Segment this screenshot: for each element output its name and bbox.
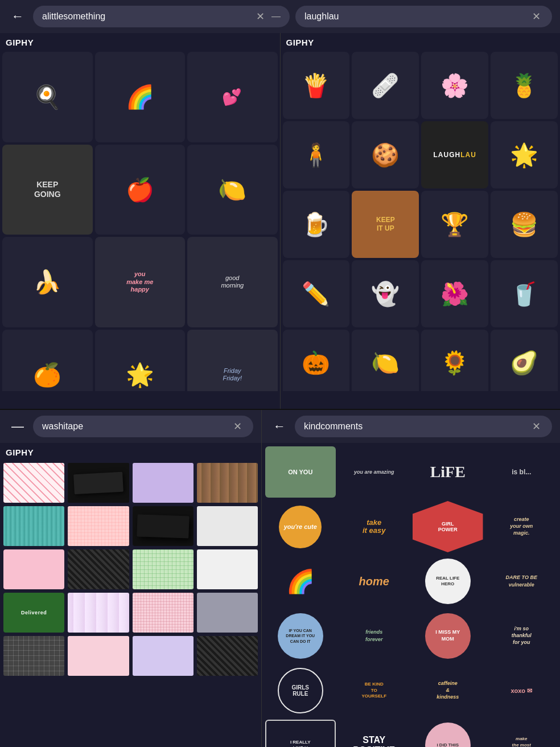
sticker-pineapple[interactable]: 🍍 [491,52,558,119]
sticker-cookie[interactable]: 🍪 [352,121,419,188]
back-icon: ← [11,9,24,23]
sticker-drink[interactable]: 🥤 [491,260,558,327]
sticker-ghost[interactable]: 👻 [352,260,419,327]
washi-tape-3[interactable] [133,463,193,503]
top-right-search-wrap: ✕ [295,6,552,27]
sticker-xoxo[interactable]: xoxo ✉ [487,665,557,716]
sticker-egg[interactable]: 🍳 [2,52,93,142]
top-right-giphy-label: GIPHY [281,33,561,50]
washi-tape-11[interactable] [133,549,193,589]
sticker-pumpkin[interactable]: 🎃 [283,330,350,392]
washi-tape-diag2[interactable] [197,636,258,676]
washi-tape-gray[interactable] [197,593,258,633]
sticker-make-most[interactable]: makethe mostof it [487,720,557,747]
washi-tape-10[interactable] [68,549,129,589]
bottom-right-clear-button[interactable]: ✕ [530,420,543,433]
back-icon-bl: — [11,419,24,433]
sticker-keep-going[interactable]: KEEPGOING [2,145,93,235]
sticker-beer[interactable]: 🍺 [283,191,350,258]
sticker-youre-cute[interactable]: you're cute [279,506,322,548]
kindcomments-panel: ON YOU you are amazing LiFE is bl... you… [262,443,560,747]
sticker-i-really-like-u[interactable]: I REALLYLIKE U [265,720,336,747]
sticker-you-make-me-happy[interactable]: youmake mehappy [95,237,186,327]
top-left-clear-button[interactable]: ✕ [254,10,267,23]
close-icon-br: ✕ [532,421,541,432]
sticker-moon-stars[interactable]: 🌟 [95,330,186,392]
sticker-dare-to-be[interactable]: DARE TO BEvulnerable [487,556,557,607]
washi-tape-flower2[interactable] [68,593,129,633]
sticker-lemon-face[interactable]: 🍋 [352,330,419,392]
sticker-on-you[interactable]: ON YOU [265,446,336,498]
top-left-back-button[interactable]: ← [8,9,27,24]
sticker-girl-power[interactable]: GIRLPOWER [413,501,483,552]
washi-tape-6[interactable] [68,506,129,546]
sticker-watermelon-fries[interactable]: 🍟 [283,52,350,119]
washi-tape-delivered[interactable]: Delivered [3,593,64,633]
sticker-be-kind[interactable]: BE KINDTOYOURSELF [339,665,410,716]
sticker-stay-positive[interactable]: STAYPOSITIVE [339,720,410,747]
washi-tape-4[interactable] [197,463,258,503]
sticker-trophy[interactable]: 🏆 [421,191,488,258]
bottom-left-back-button[interactable]: — [8,419,27,434]
sticker-you-are[interactable]: you are amazing [339,446,410,498]
sticker-colorful-flowers[interactable]: 🌸 [421,52,488,119]
sticker-miss-my-mom[interactable]: I MISS MY MOM [425,613,471,659]
sticker-good-morning[interactable]: goodmorning [187,237,278,327]
washi-tape-8[interactable] [197,506,258,546]
top-right-panel: GIPHY 🍟 🩹 🌸 🍍 🧍 🍪 LAUGHLAU 🌟 🍺 KEEPIT UP… [281,33,561,409]
bottom-left-clear-button[interactable]: ✕ [231,420,244,433]
bottom-right-search-input[interactable] [304,421,525,432]
sticker-apple[interactable]: 🍎 [95,145,186,235]
bottom-right-search-wrap: ✕ [295,416,552,437]
sticker-i-did-this[interactable]: i DiD THIS [425,723,471,747]
bottom-panels: GIPHY Delivered [0,443,560,747]
sticker-take-it-easy[interactable]: takeit easy [339,501,410,552]
sticker-friends-forever[interactable]: friendsforever [339,610,410,662]
sticker-is-bl[interactable]: is bl... [487,446,557,498]
sticker-create-magic[interactable]: createyour ownmagic. [487,501,557,552]
washi-tape-2[interactable] [68,463,129,503]
dash-separator: — [271,11,281,22]
sticker-caffeine-kindness[interactable]: caffeine&kindness [413,665,483,716]
sticker-if-dream[interactable]: IF YOU CAN DREAM IT YOU CAN DO IT [278,613,323,659]
sticker-sunflower[interactable]: 🌻 [421,330,488,392]
sticker-keep-it-up[interactable]: KEEPIT UP [352,191,419,258]
washi-tape-12[interactable] [197,549,258,589]
sticker-starfish[interactable]: 🌟 [491,121,558,188]
washi-tape-pinkcheck2[interactable] [133,593,193,633]
sticker-avocado[interactable]: 🥑 [491,330,558,392]
washi-tape-9[interactable] [3,549,64,589]
top-left-search-wrap: ✕ — [33,6,290,27]
sticker-bandaid[interactable]: 🩹 [352,52,419,119]
sticker-im-so-thankful[interactable]: i'm sothankfulfor you [487,610,557,662]
sticker-lemon[interactable]: 🍋 [187,145,278,235]
kind-grid: ON YOU you are amazing LiFE is bl... you… [262,443,560,747]
sticker-orange[interactable]: 🍊 [2,330,93,392]
bottom-search-rows: — ✕ ← ✕ [0,410,560,443]
sticker-home[interactable]: home [339,556,410,607]
washi-tape-1[interactable] [3,463,64,503]
sticker-girls-rule[interactable]: GIRLSRULE [278,668,323,713]
washi-tape-lav2[interactable] [133,636,193,676]
top-right-clear-button[interactable]: ✕ [530,10,543,23]
washi-tape-7[interactable] [133,506,193,546]
bottom-right-back-button[interactable]: ← [270,419,289,434]
sticker-banana[interactable]: 🍌 [2,237,93,327]
washi-tape-pinkcheck3[interactable] [68,636,129,676]
sticker-girl-cookie[interactable]: 🧍 [283,121,350,188]
sticker-real-life-hero[interactable]: REAL LIFE HERO [425,559,471,604]
sticker-flowers-cluster[interactable]: 🌺 [421,260,488,327]
washi-tape-grid[interactable] [3,636,64,676]
sticker-friday[interactable]: FridayFriday! [187,330,278,392]
top-right-search-input[interactable] [304,11,525,22]
sticker-rainbow[interactable]: 🌈 [95,52,186,142]
sticker-life[interactable]: LiFE [413,446,483,498]
washi-tape-5[interactable] [3,506,64,546]
sticker-rainbow-kc[interactable]: 🌈 [265,556,336,607]
sticker-burger[interactable]: 🍔 [491,191,558,258]
sticker-laughlau-text[interactable]: LAUGHLAU [421,121,488,188]
sticker-pencil[interactable]: ✏️ [283,260,350,327]
bottom-left-search-input[interactable] [42,421,227,432]
sticker-hearts[interactable]: 💕 [187,52,278,142]
top-left-search-input[interactable] [42,11,249,22]
